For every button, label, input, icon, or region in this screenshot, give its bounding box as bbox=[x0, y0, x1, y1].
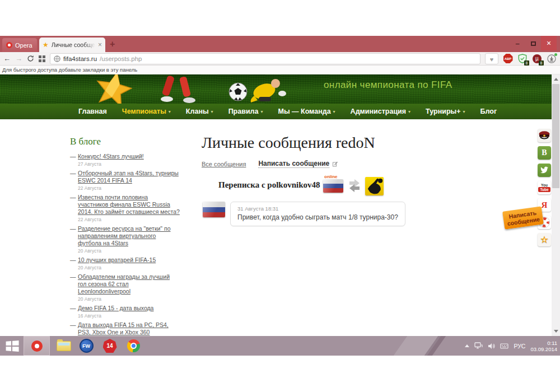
sender-flag-avatar[interactable] bbox=[203, 202, 225, 217]
window-controls: – × bbox=[510, 36, 557, 50]
blog-date: 20 Августа bbox=[78, 248, 180, 254]
folder-icon bbox=[57, 341, 71, 351]
keyboard-icon[interactable] bbox=[500, 343, 508, 349]
blog-link[interactable]: Отборочный этап на 4Stars, турниры ESWC … bbox=[78, 170, 180, 184]
maximize-button[interactable] bbox=[525, 38, 541, 48]
site-nav: Главная Чемпионаты Кланы Правила Мы — Ко… bbox=[0, 104, 552, 119]
taskbar-opera-button[interactable] bbox=[24, 336, 50, 356]
browser-toolbar: fifa4stars.ru/userposts.php ABP 8 µ 8 bbox=[0, 52, 560, 66]
chrome-icon bbox=[127, 339, 140, 352]
start-button[interactable] bbox=[0, 336, 24, 356]
shield-extension-icon[interactable]: 8 bbox=[517, 54, 528, 64]
blog-link[interactable]: Обладателем награды за лучший гол сезона… bbox=[78, 273, 180, 295]
blog-list: Конкурс! 4Stars лучший! 27 Августа Отбор… bbox=[70, 153, 180, 336]
blog-link[interactable]: Разделение ресурса на "ветки" по направл… bbox=[78, 225, 180, 247]
blog-date: 16 Августа bbox=[78, 313, 180, 319]
language-indicator[interactable]: РУС bbox=[514, 343, 525, 349]
fifa14-icon: 14 bbox=[103, 339, 117, 353]
blog-link[interactable]: 10 лучших вратарей FIFA-15 bbox=[78, 256, 180, 264]
opera-logo-icon bbox=[6, 42, 12, 48]
blog-item: Разделение ресурса на "ветки" по направл… bbox=[70, 225, 180, 254]
write-message-link[interactable]: Написать сообщение bbox=[258, 160, 329, 168]
military-cap-icon[interactable] bbox=[538, 129, 551, 142]
nav-item-administration[interactable]: Администрация bbox=[351, 108, 410, 115]
goalkeeper-avatar[interactable] bbox=[365, 177, 384, 195]
opera-icon bbox=[31, 340, 43, 352]
all-messages-link[interactable]: Все сообщения bbox=[202, 161, 246, 167]
site-header-banner: онлайн чемпионата по FIFA bbox=[0, 74, 552, 104]
address-bar[interactable]: fifa4stars.ru/userposts.php bbox=[50, 53, 480, 64]
page-scrollbar[interactable] bbox=[552, 74, 560, 336]
new-tab-button[interactable]: + bbox=[110, 39, 115, 49]
fifa-world-icon: FW bbox=[80, 339, 94, 353]
blog-date: 27 Августа bbox=[78, 161, 180, 167]
scroll-up-arrow[interactable] bbox=[554, 78, 558, 81]
russia-flag-avatar[interactable] bbox=[323, 179, 343, 193]
minimize-button[interactable]: – bbox=[510, 39, 525, 48]
bookmarks-hint: Для быстрого доступа добавьте закладки в… bbox=[2, 67, 137, 73]
opera-menu-button[interactable]: Opera bbox=[2, 38, 37, 52]
message-timestamp: 31 Августа 18:31 bbox=[237, 206, 398, 212]
blog-link[interactable]: Конкурс! 4Stars лучший! bbox=[78, 153, 180, 160]
reload-icon[interactable] bbox=[27, 55, 34, 62]
mu-extension-icon[interactable]: µ 8 bbox=[532, 54, 542, 64]
messages-main: Личные сообщения redoN Все сообщения Нап… bbox=[202, 134, 395, 226]
nav-item-clans[interactable]: Кланы bbox=[186, 108, 213, 115]
tray-expand-arrow[interactable] bbox=[465, 344, 469, 347]
goalkeeper-graphic bbox=[248, 77, 288, 104]
tab-active[interactable]: Личные сообщения redo × bbox=[39, 38, 105, 52]
site-info-icon[interactable] bbox=[54, 55, 60, 62]
windows-logo-icon bbox=[6, 340, 19, 352]
adblock-icon[interactable]: ABP bbox=[503, 54, 513, 64]
back-icon[interactable] bbox=[3, 55, 11, 62]
clock-time: 0:11 bbox=[547, 340, 557, 346]
speed-dial-icon[interactable] bbox=[39, 55, 45, 62]
online-status: online bbox=[324, 174, 338, 179]
tab-close-icon[interactable]: × bbox=[98, 41, 102, 49]
page-body: В блоге Конкурс! 4Stars лучший! 27 Авгус… bbox=[0, 119, 552, 336]
clock-date: 03.09.2014 bbox=[530, 346, 557, 352]
partner-avatar-wrap: online bbox=[323, 179, 343, 193]
blog-link[interactable]: Дата выхода FIFA 15 на PC, PS4, PS3, Xbo… bbox=[78, 321, 180, 336]
message-bubble: 31 Августа 18:31 Привет, когда удобно сы… bbox=[230, 202, 405, 226]
scroll-thumb[interactable] bbox=[552, 84, 559, 188]
compose-icon bbox=[333, 161, 338, 167]
twitter-icon[interactable] bbox=[538, 164, 551, 177]
scroll-down-arrow[interactable] bbox=[554, 330, 558, 333]
clock[interactable]: 0:11 03.09.2014 bbox=[530, 340, 557, 352]
taskbar-fifa14-button[interactable]: 14 bbox=[100, 336, 119, 356]
taskbar-fifa-world-button[interactable]: FW bbox=[77, 336, 96, 356]
exchange-arrows-icon bbox=[348, 179, 361, 193]
blog-title: В блоге bbox=[70, 136, 180, 147]
nav-item-team[interactable]: Мы — Команда bbox=[278, 108, 335, 115]
youtube-icon[interactable]: You Tube bbox=[538, 181, 551, 194]
forward-icon[interactable] bbox=[15, 55, 22, 62]
taskbar-chrome-button[interactable] bbox=[124, 336, 143, 356]
bookmarks-bar[interactable]: Для быстрого доступа добавьте закладки в… bbox=[0, 66, 560, 74]
opera-menu-label: Opera bbox=[15, 42, 32, 49]
social-rail: B You Tube Я ★ 4 bbox=[538, 129, 551, 246]
vk-icon[interactable]: B bbox=[538, 146, 551, 160]
blog-item: Конкурс! 4Stars лучший! 27 Августа bbox=[70, 153, 180, 167]
network-icon[interactable] bbox=[474, 342, 483, 349]
opera-window: Opera Личные сообщения redo × + – × bbox=[0, 36, 560, 336]
nav-item-tournaments[interactable]: Турниры+ bbox=[426, 108, 465, 115]
nav-item-rules[interactable]: Правила bbox=[228, 108, 263, 115]
close-button[interactable]: × bbox=[541, 36, 557, 50]
blog-link[interactable]: Демо FIFA 15 - дата выхода bbox=[78, 305, 180, 312]
url-domain: fifa4stars.ru bbox=[63, 55, 97, 62]
nav-item-championships[interactable]: Чемпионаты bbox=[122, 108, 171, 115]
bookmark-heart-button[interactable] bbox=[485, 53, 498, 64]
star-4stars-icon[interactable]: ★ 4 bbox=[538, 233, 551, 246]
nav-item-home[interactable]: Главная bbox=[78, 108, 107, 115]
blog-link[interactable]: Известна почти половина участников финал… bbox=[78, 194, 180, 216]
url-path: /userposts.php bbox=[100, 55, 142, 62]
message-row: 31 Августа 18:31 Привет, когда удобно сы… bbox=[202, 202, 395, 226]
download-icon[interactable] bbox=[547, 54, 557, 64]
volume-icon[interactable] bbox=[488, 343, 495, 349]
download-status-dot bbox=[554, 53, 557, 56]
taskbar-explorer-button[interactable] bbox=[54, 336, 73, 356]
blog-item: Известна почти половина участников финал… bbox=[70, 194, 180, 222]
gold-star-icon bbox=[94, 74, 133, 104]
nav-item-blog[interactable]: Блог bbox=[480, 108, 497, 115]
